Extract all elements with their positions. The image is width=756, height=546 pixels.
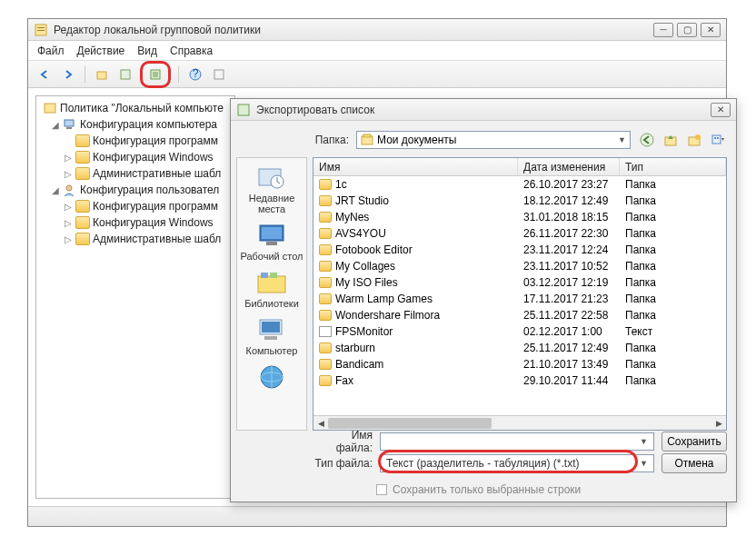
folder-icon (319, 179, 332, 190)
file-row[interactable]: Fotobook Editor23.11.2017 12:24Папка (313, 242, 726, 258)
scroll-right-arrow[interactable]: ▶ (711, 416, 726, 431)
expand-icon[interactable]: ▷ (64, 153, 73, 163)
statusbar (28, 506, 726, 526)
save-only-selected-checkbox[interactable]: Сохранить только выбранные строки (376, 483, 581, 496)
file-row[interactable]: Fax29.10.2017 11:44Папка (313, 372, 726, 389)
dropdown-arrow-icon: ▼ (640, 459, 648, 468)
folder-icon (75, 216, 90, 229)
file-row[interactable]: Bandicam21.10.2017 13:49Папка (313, 356, 726, 372)
expand-icon[interactable]: ▷ (64, 169, 73, 179)
maximize-button[interactable]: ▢ (677, 23, 697, 37)
policy-tree[interactable]: Политика "Локальный компьюте ◢ Конфигура… (35, 95, 235, 499)
file-row[interactable]: Wondershare Filmora25.11.2017 22:58Папка (313, 307, 726, 323)
main-titlebar[interactable]: Редактор локальной групповой политики ─ … (28, 19, 726, 41)
filetype-label: Тип файла: (313, 457, 373, 470)
folder-icon (319, 359, 332, 370)
view-menu-button[interactable] (709, 131, 727, 149)
export-list-dialog: Экспортировать список ✕ Папка: Мои докум… (230, 98, 737, 502)
up-level-button[interactable] (662, 131, 680, 149)
folder-icon (319, 310, 332, 321)
recent-icon (255, 164, 288, 191)
menu-action[interactable]: Действие (77, 45, 125, 57)
tree-item[interactable]: ▷Административные шабл (40, 165, 231, 182)
file-row[interactable]: 1c26.10.2017 23:27Папка (313, 176, 726, 193)
export-icon (236, 103, 251, 117)
file-row[interactable]: starburn25.11.2017 12:49Папка (313, 340, 726, 356)
folder-icon (319, 375, 332, 386)
menu-help[interactable]: Справка (170, 45, 213, 57)
dialog-close-button[interactable]: ✕ (711, 103, 731, 117)
scroll-thumb[interactable] (328, 418, 492, 429)
folder-icon (75, 167, 90, 180)
svg-rect-27 (266, 242, 277, 245)
tree-item[interactable]: ▷Конфигурация программ (40, 198, 231, 214)
checkbox-icon[interactable] (376, 484, 387, 495)
nav-back-button[interactable] (35, 65, 54, 84)
documents-icon (361, 134, 373, 146)
folder-icon (319, 277, 332, 288)
folder-icon (319, 228, 332, 239)
file-row[interactable]: FPSMonitor02.12.2017 1:00Текст (313, 323, 726, 340)
file-row[interactable]: My Collages23.11.2017 10:52Папка (313, 258, 726, 274)
tree-item[interactable]: ▷Конфигурация программ (40, 133, 231, 149)
col-type[interactable]: Тип (620, 158, 726, 175)
network-icon (255, 363, 288, 391)
libraries-icon (255, 269, 288, 296)
svg-rect-21 (714, 137, 716, 139)
up-folder-button[interactable] (93, 65, 111, 84)
folder-icon (319, 293, 332, 304)
horizontal-scrollbar[interactable]: ◀ ▶ (313, 415, 726, 430)
menu-view[interactable]: Вид (137, 45, 157, 57)
svg-rect-30 (270, 273, 277, 278)
place-desktop[interactable]: Рабочий стол (240, 222, 303, 262)
help-button[interactable]: ? (186, 65, 204, 84)
filetype-dropdown[interactable]: Текст (разделитель - табуляция) (*.txt) … (380, 454, 654, 472)
close-button[interactable]: ✕ (701, 23, 721, 37)
svg-rect-8 (214, 70, 224, 79)
menu-file[interactable]: Файл (37, 45, 65, 57)
cancel-button[interactable]: Отмена (662, 453, 727, 473)
svg-rect-3 (97, 72, 106, 79)
collapse-icon[interactable]: ◢ (51, 120, 60, 130)
file-row[interactable]: My ISO Files03.12.2017 12:19Папка (313, 274, 726, 291)
tree-root[interactable]: Политика "Локальный компьюте (40, 100, 231, 116)
tree-user-config[interactable]: ◢ Конфигурация пользовател (40, 182, 231, 198)
tree-computer-config[interactable]: ◢ Конфигурация компьютера (40, 116, 231, 133)
folder-dropdown[interactable]: Мои документы ▼ (356, 131, 631, 149)
back-button[interactable] (638, 131, 656, 149)
dropdown-arrow-icon: ▼ (618, 135, 626, 144)
svg-rect-28 (258, 276, 285, 293)
export-list-button[interactable] (146, 65, 164, 84)
file-list[interactable]: Имя Дата изменения Тип 1c26.10.2017 23:2… (313, 157, 727, 431)
save-button[interactable]: Сохранить (662, 432, 727, 452)
file-row[interactable]: MyNes31.01.2018 18:15Папка (313, 209, 726, 225)
svg-point-12 (66, 185, 72, 191)
tree-item[interactable]: ▷Конфигурация Windows (40, 214, 231, 231)
filename-input[interactable]: ▼ (380, 432, 654, 451)
file-row[interactable]: AVS4YOU26.11.2017 22:30Папка (313, 225, 726, 242)
place-network[interactable] (255, 363, 288, 391)
file-row[interactable]: JRT Studio18.12.2017 12:49Папка (313, 193, 726, 209)
collapse-icon[interactable]: ◢ (51, 185, 60, 195)
col-name[interactable]: Имя (313, 158, 518, 175)
tree-item[interactable]: ▷Конфигурация Windows (40, 149, 231, 165)
svg-rect-1 (37, 27, 45, 28)
folder-icon (75, 151, 90, 164)
dialog-titlebar[interactable]: Экспортировать список ✕ (231, 99, 736, 121)
place-computer[interactable]: Компьютер (246, 316, 298, 356)
file-row[interactable]: Warm Lamp Games17.11.2017 21:23Папка (313, 291, 726, 307)
expand-icon[interactable]: ▷ (64, 202, 73, 212)
minimize-button[interactable]: ─ (653, 23, 673, 37)
place-recent[interactable]: Недавние места (237, 164, 306, 214)
folder-icon (319, 342, 332, 353)
properties-button[interactable] (116, 65, 134, 84)
expand-icon[interactable]: ▷ (64, 218, 73, 228)
tree-item[interactable]: ▷Административные шабл (40, 231, 231, 247)
nav-forward-button[interactable] (59, 65, 77, 84)
new-folder-button[interactable] (685, 131, 703, 149)
place-libraries[interactable]: Библиотеки (244, 269, 299, 309)
refresh-button[interactable] (210, 65, 228, 84)
expand-icon[interactable]: ▷ (64, 234, 73, 244)
col-modified[interactable]: Дата изменения (518, 158, 620, 175)
computer-icon (63, 118, 77, 131)
